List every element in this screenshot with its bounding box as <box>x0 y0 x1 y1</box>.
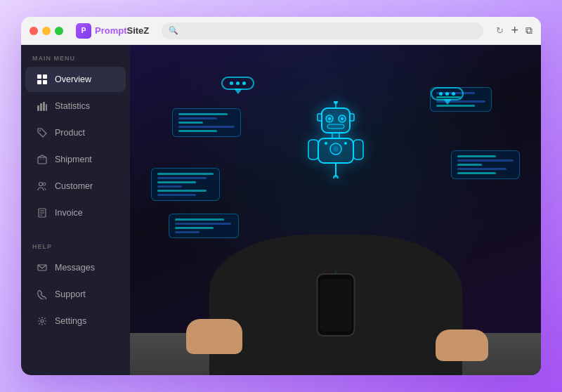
sidebar-item-messages[interactable]: Messages <box>25 255 126 280</box>
sidebar-item-invoice[interactable]: Invoice <box>25 200 126 226</box>
sidebar-item-customer[interactable]: Customer <box>25 174 126 199</box>
code-line <box>436 105 475 107</box>
close-button[interactable] <box>30 27 38 35</box>
code-line <box>457 172 496 174</box>
sidebar-item-invoice-label: Invoice <box>55 208 83 218</box>
search-icon: 🔍 <box>169 26 178 35</box>
sidebar-item-customer-label: Customer <box>55 181 93 191</box>
sidebar-item-overview-label: Overview <box>55 74 91 84</box>
code-line <box>157 194 196 196</box>
code-line <box>157 190 207 192</box>
sidebar-item-product[interactable]: Product <box>25 120 126 145</box>
code-panel-5 <box>169 214 239 238</box>
sidebar-item-messages-label: Messages <box>55 263 95 273</box>
code-line <box>157 181 196 183</box>
svg-rect-28 <box>332 133 339 138</box>
invoice-icon <box>37 207 48 218</box>
grid-icon <box>37 74 48 85</box>
sidebar-item-shipment-label: Shipment <box>55 155 92 164</box>
svg-rect-4 <box>37 105 39 111</box>
code-line <box>175 231 200 233</box>
svg-rect-0 <box>37 74 41 79</box>
code-line <box>157 185 182 188</box>
sidebar-item-statistics-label: Statistics <box>55 101 90 111</box>
refresh-button[interactable]: ↻ <box>496 25 504 36</box>
svg-rect-6 <box>43 102 45 111</box>
browser-content: MAIN MENU Overview <box>21 45 541 375</box>
window-button[interactable]: ⧉ <box>525 25 532 37</box>
code-line <box>457 155 496 157</box>
phone-icon <box>37 289 48 300</box>
bubble-dot <box>439 92 443 96</box>
sidebar-item-overview[interactable]: Overview <box>25 67 126 92</box>
traffic-lights <box>30 27 63 35</box>
svg-point-33 <box>344 142 347 145</box>
hand-right <box>436 329 488 361</box>
svg-rect-26 <box>350 114 354 121</box>
hand-left <box>186 319 242 354</box>
code-line <box>178 117 217 119</box>
svg-rect-5 <box>40 103 42 111</box>
svg-rect-35 <box>353 140 363 159</box>
logo-icon: P <box>76 23 91 39</box>
svg-point-21 <box>328 117 331 120</box>
minimize-button[interactable] <box>42 27 51 35</box>
svg-point-31 <box>333 146 339 152</box>
sidebar-item-product-label: Product <box>55 128 85 138</box>
logo-text: PromptSiteZ <box>95 25 149 36</box>
bar-chart-icon <box>37 100 48 112</box>
svg-point-10 <box>39 183 43 186</box>
code-panel-4 <box>451 150 520 179</box>
ai-hero-scene <box>130 45 541 375</box>
browser-titlebar: P PromptSiteZ 🔍 ↻ + ⧉ <box>21 17 541 45</box>
browser-window: P PromptSiteZ 🔍 ↻ + ⧉ MAIN MENU <box>21 17 541 375</box>
code-line <box>178 130 217 132</box>
sidebar-item-support-label: Support <box>55 289 86 299</box>
bubble-dot <box>445 92 449 96</box>
sidebar-item-settings-label: Settings <box>55 316 86 326</box>
svg-rect-1 <box>43 74 47 79</box>
sidebar-item-settings[interactable]: Settings <box>25 308 126 334</box>
phone-screen <box>320 279 351 332</box>
bubble-dot <box>242 81 246 85</box>
chat-bubble-right <box>431 87 464 100</box>
svg-point-11 <box>43 183 46 185</box>
phone-container <box>316 273 355 337</box>
svg-point-37 <box>334 176 338 178</box>
code-line <box>175 218 224 221</box>
browser-logo: P PromptSiteZ <box>76 23 149 39</box>
sidebar-item-statistics[interactable]: Statistics <box>25 93 126 119</box>
main-content <box>130 45 541 375</box>
sidebar-item-support[interactable]: Support <box>25 282 126 307</box>
svg-point-32 <box>325 142 327 145</box>
code-line <box>175 227 214 229</box>
sidebar-item-shipment[interactable]: Shipment <box>25 147 126 172</box>
svg-point-22 <box>341 117 344 120</box>
sidebar: MAIN MENU Overview <box>21 45 130 375</box>
maximize-button[interactable] <box>55 27 63 35</box>
svg-rect-3 <box>43 80 47 84</box>
bubble-dot <box>236 81 240 85</box>
address-bar[interactable]: 🔍 <box>162 22 483 39</box>
code-line <box>178 113 228 115</box>
bubble-dot <box>230 81 233 85</box>
code-panel-1 <box>172 108 241 137</box>
svg-rect-7 <box>46 104 47 111</box>
svg-rect-27 <box>327 124 344 129</box>
new-tab-button[interactable]: + <box>511 23 518 38</box>
code-line <box>157 173 214 175</box>
svg-point-8 <box>39 130 41 131</box>
code-line <box>175 223 231 225</box>
tag-icon <box>37 127 48 138</box>
code-line <box>457 168 507 170</box>
main-menu-label: MAIN MENU <box>21 45 130 66</box>
phone <box>316 273 355 337</box>
code-line <box>457 159 514 162</box>
chat-bubble-left <box>221 77 254 90</box>
svg-point-24 <box>334 101 338 104</box>
browser-actions: + ⧉ <box>511 23 532 38</box>
mail-icon <box>37 262 48 273</box>
svg-point-17 <box>41 320 44 322</box>
code-line <box>178 122 203 124</box>
code-line <box>457 164 482 166</box>
